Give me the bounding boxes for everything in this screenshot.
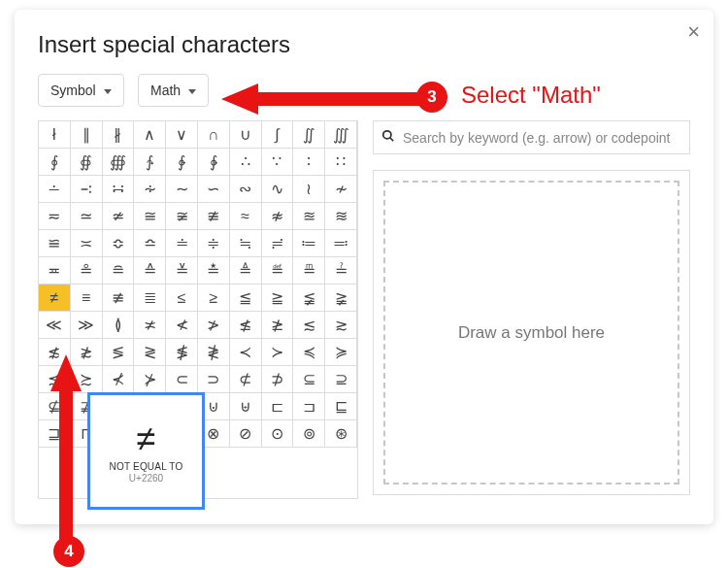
draw-area[interactable]: Draw a symbol here <box>383 181 679 484</box>
character-cell[interactable]: ≍ <box>71 230 103 257</box>
character-cell[interactable]: ≶ <box>103 339 135 366</box>
close-icon[interactable]: × <box>687 21 700 43</box>
character-cell[interactable]: ≾ <box>39 366 71 393</box>
character-cell[interactable]: ≕ <box>325 230 357 257</box>
character-cell[interactable]: ≃ <box>71 203 103 230</box>
character-cell[interactable]: ≞ <box>293 257 325 284</box>
character-cell[interactable]: ≰ <box>230 312 262 339</box>
character-cell[interactable]: ≆ <box>166 203 198 230</box>
character-cell[interactable]: ∮ <box>39 149 71 176</box>
character-cell[interactable]: ł <box>39 121 71 149</box>
character-cell[interactable]: ≡ <box>71 284 103 312</box>
character-cell[interactable]: ∿ <box>262 176 294 203</box>
character-cell[interactable]: ≟ <box>325 257 357 284</box>
character-cell[interactable]: ⊘ <box>230 420 262 448</box>
character-cell[interactable]: ≑ <box>198 230 230 257</box>
character-cell[interactable]: ≄ <box>103 203 135 230</box>
character-cell[interactable]: ≓ <box>262 230 294 257</box>
character-cell[interactable]: ∸ <box>39 176 71 203</box>
character-cell[interactable]: ≵ <box>71 339 103 366</box>
character-cell[interactable]: ∫ <box>262 121 294 149</box>
character-cell[interactable]: ≗ <box>71 257 103 284</box>
character-cell[interactable]: ≴ <box>39 339 71 366</box>
character-cell[interactable]: ⊎ <box>230 393 262 420</box>
character-cell[interactable]: ≀ <box>293 176 325 203</box>
character-cell[interactable]: ⊇ <box>325 366 357 393</box>
character-cell[interactable]: ∭ <box>325 121 357 149</box>
character-cell[interactable]: ∳ <box>198 149 230 176</box>
character-cell[interactable]: ∬ <box>293 121 325 149</box>
character-cell[interactable]: ≂ <box>39 203 71 230</box>
character-cell[interactable]: ≜ <box>230 257 262 284</box>
character-cell[interactable]: ≉ <box>262 203 294 230</box>
character-cell[interactable]: ≲ <box>293 312 325 339</box>
character-cell[interactable]: ≭ <box>134 312 166 339</box>
character-cell[interactable]: ⊏ <box>262 393 294 420</box>
character-cell[interactable]: ∩ <box>198 121 230 149</box>
character-cell[interactable]: ≣ <box>134 284 166 312</box>
character-cell[interactable]: ≖ <box>39 257 71 284</box>
character-cell[interactable]: ∱ <box>134 149 166 176</box>
character-cell[interactable]: ⊈ <box>39 393 71 420</box>
category-dropdown[interactable]: Symbol <box>38 74 124 107</box>
character-cell[interactable]: ≧ <box>262 284 294 312</box>
character-cell[interactable]: ≢ <box>103 284 135 312</box>
character-cell[interactable]: ≊ <box>293 203 325 230</box>
character-cell[interactable]: ⊐ <box>293 393 325 420</box>
character-cell[interactable]: ∹ <box>71 176 103 203</box>
character-cell[interactable]: ≠ <box>39 284 71 312</box>
character-cell[interactable]: ≳ <box>325 312 357 339</box>
character-cell[interactable]: ≫ <box>71 312 103 339</box>
character-cell[interactable]: ≩ <box>325 284 357 312</box>
character-cell[interactable]: ∴ <box>230 149 262 176</box>
character-cell[interactable]: ≘ <box>103 257 135 284</box>
character-cell[interactable]: ≎ <box>103 230 135 257</box>
character-cell[interactable]: ⊙ <box>262 420 294 448</box>
character-cell[interactable]: ≻ <box>262 339 294 366</box>
character-cell[interactable]: ≨ <box>293 284 325 312</box>
character-cell[interactable]: ∺ <box>103 176 135 203</box>
character-cell[interactable]: ≥ <box>198 284 230 312</box>
character-cell[interactable]: ∾ <box>230 176 262 203</box>
character-cell[interactable]: ∥ <box>71 121 103 149</box>
character-cell[interactable]: ⊂ <box>166 366 198 393</box>
character-cell[interactable]: ∪ <box>230 121 262 149</box>
character-cell[interactable]: ∵ <box>262 149 294 176</box>
character-cell[interactable]: ≛ <box>198 257 230 284</box>
character-cell[interactable]: ≒ <box>230 230 262 257</box>
character-cell[interactable]: ≪ <box>39 312 71 339</box>
character-cell[interactable]: ≬ <box>103 312 135 339</box>
character-cell[interactable]: ∯ <box>71 149 103 176</box>
character-cell[interactable]: ≺ <box>230 339 262 366</box>
character-cell[interactable]: ⊛ <box>325 420 357 448</box>
character-cell[interactable]: ⊅ <box>262 366 294 393</box>
character-cell[interactable]: ⊀ <box>103 366 135 393</box>
character-cell[interactable]: ⊆ <box>293 366 325 393</box>
character-cell[interactable]: ⊁ <box>134 366 166 393</box>
character-cell[interactable]: ≋ <box>325 203 357 230</box>
character-cell[interactable]: ∼ <box>166 176 198 203</box>
character-cell[interactable]: ∻ <box>134 176 166 203</box>
character-cell[interactable]: ≼ <box>293 339 325 366</box>
character-cell[interactable]: ∨ <box>166 121 198 149</box>
character-cell[interactable]: ∷ <box>325 149 357 176</box>
character-cell[interactable]: ≐ <box>166 230 198 257</box>
character-cell[interactable]: ≝ <box>262 257 294 284</box>
character-cell[interactable]: ∶ <box>293 149 325 176</box>
character-cell[interactable]: ⊒ <box>39 420 71 448</box>
character-cell[interactable]: ≤ <box>166 284 198 312</box>
character-cell[interactable]: ⊚ <box>293 420 325 448</box>
character-cell[interactable]: ≮ <box>166 312 198 339</box>
character-cell[interactable]: ∦ <box>103 121 135 149</box>
character-cell[interactable]: ≸ <box>166 339 198 366</box>
character-cell[interactable]: ≚ <box>166 257 198 284</box>
character-cell[interactable]: ⊑ <box>325 393 357 420</box>
character-cell[interactable]: ≱ <box>262 312 294 339</box>
character-cell[interactable]: ∰ <box>103 149 135 176</box>
character-cell[interactable]: ≔ <box>293 230 325 257</box>
character-cell[interactable]: ≯ <box>198 312 230 339</box>
character-cell[interactable]: ≽ <box>325 339 357 366</box>
character-cell[interactable]: ≷ <box>134 339 166 366</box>
character-cell[interactable]: ≦ <box>230 284 262 312</box>
search-input[interactable] <box>403 130 681 146</box>
